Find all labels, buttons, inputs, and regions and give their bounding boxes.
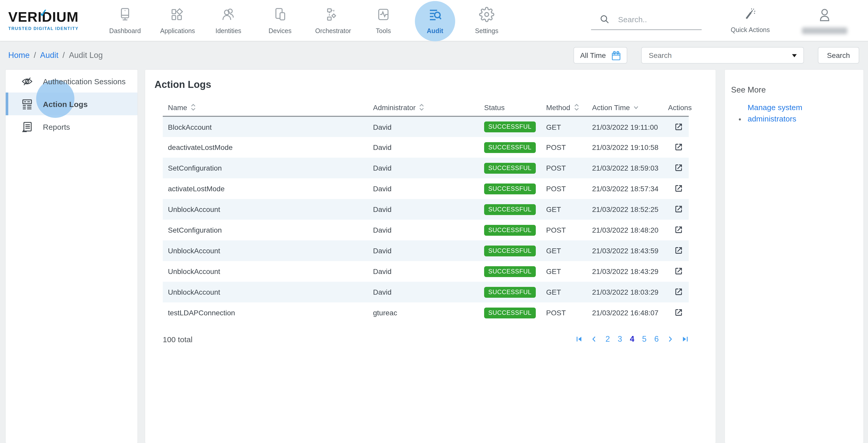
- open-log-button[interactable]: [672, 121, 685, 132]
- cell-status: SUCCESSFUL: [479, 178, 541, 199]
- open-log-button[interactable]: [672, 286, 685, 297]
- dashboard-icon: [117, 6, 133, 23]
- global-search[interactable]: [591, 14, 702, 30]
- status-badge: SUCCESSFUL: [484, 225, 535, 235]
- quick-actions-button[interactable]: Quick Actions: [731, 7, 770, 34]
- open-log-button[interactable]: [672, 162, 685, 173]
- open-log-button[interactable]: [672, 183, 685, 194]
- cell-name: UnblockAccount: [163, 199, 368, 220]
- cell-name: deactivateLostMode: [163, 137, 368, 158]
- cell-method: POST: [541, 137, 587, 158]
- devices-icon: [272, 6, 288, 23]
- sort-icon: [191, 104, 196, 111]
- nav-item-devices[interactable]: Devices: [264, 6, 297, 34]
- cell-action-time: 21/03/2022 18:57:34: [587, 178, 663, 199]
- column-header-name[interactable]: Name: [163, 99, 368, 116]
- content-area: Authentication Sessions Action Logs Repo…: [0, 70, 868, 443]
- nav-item-identities[interactable]: Identities: [212, 6, 245, 34]
- pagination-prev-button[interactable]: [591, 335, 598, 343]
- dropdown-arrow-icon: [791, 53, 797, 58]
- table-row: UnblockAccount David SUCCESSFUL GET 21/0…: [163, 240, 689, 261]
- nav-item-dashboard[interactable]: Dashboard: [108, 6, 142, 34]
- sidebar-item-action-logs[interactable]: Action Logs: [6, 92, 137, 115]
- breadcrumb-home-link[interactable]: Home: [8, 51, 30, 60]
- identities-icon: [221, 6, 236, 23]
- table-row: SetConfiguration David SUCCESSFUL POST 2…: [163, 158, 689, 178]
- pagination-page-4[interactable]: 4: [630, 334, 634, 344]
- status-badge: SUCCESSFUL: [484, 266, 535, 277]
- breadcrumb-audit-link[interactable]: Audit: [40, 51, 58, 60]
- cell-status: SUCCESSFUL: [479, 302, 541, 323]
- open-log-button[interactable]: [672, 307, 685, 318]
- pagination-page-6[interactable]: 6: [654, 334, 659, 344]
- chevron-left-icon: [591, 335, 598, 343]
- external-link-icon: [674, 225, 683, 234]
- status-badge: SUCCESSFUL: [484, 142, 535, 153]
- nav-item-orchestrator[interactable]: Orchestrator: [315, 6, 348, 34]
- table-row: testLDAPConnection gtureac SUCCESSFUL PO…: [163, 302, 689, 323]
- global-search-input[interactable]: [618, 15, 690, 24]
- cell-status: SUCCESSFUL: [479, 282, 541, 302]
- search-button[interactable]: Search: [817, 47, 859, 64]
- pagination-next-button[interactable]: [666, 335, 674, 343]
- pagination-first-button[interactable]: [576, 335, 583, 343]
- user-menu[interactable]: [802, 7, 847, 34]
- column-header-administrator[interactable]: Administrator: [368, 99, 479, 116]
- sort-icon: [419, 104, 425, 111]
- status-badge: SUCCESSFUL: [484, 204, 535, 215]
- pagination-last-button[interactable]: [681, 335, 689, 343]
- breadcrumb-separator: /: [63, 51, 65, 60]
- cell-administrator: David: [368, 137, 479, 158]
- open-log-button[interactable]: [672, 245, 685, 256]
- status-badge: SUCCESSFUL: [484, 245, 535, 256]
- column-header-action-time[interactable]: Action Time: [587, 99, 663, 116]
- last-page-icon: [681, 335, 689, 343]
- status-badge: SUCCESSFUL: [484, 307, 535, 318]
- cell-actions: [663, 178, 689, 199]
- cell-method: GET: [541, 116, 587, 137]
- column-header-method[interactable]: Method: [541, 99, 587, 116]
- status-badge: SUCCESSFUL: [484, 163, 535, 173]
- cell-name: UnblockAccount: [163, 240, 368, 261]
- open-log-button[interactable]: [672, 266, 685, 276]
- cell-status: SUCCESSFUL: [479, 199, 541, 220]
- table-header-row: Name Administrator Status Method Action …: [163, 99, 689, 116]
- applications-icon: [169, 6, 184, 23]
- cell-actions: [663, 158, 689, 178]
- audit-table: Name Administrator Status Method Action …: [163, 99, 689, 323]
- pagination-page-2[interactable]: 2: [606, 334, 610, 344]
- audit-sidebar: Authentication Sessions Action Logs Repo…: [6, 70, 137, 443]
- cell-action-time: 21/03/2022 19:10:58: [587, 137, 663, 158]
- sidebar-item-reports[interactable]: Reports: [6, 115, 137, 138]
- user-icon: [817, 7, 832, 23]
- cell-actions: [663, 199, 689, 220]
- nav-item-audit[interactable]: Audit: [418, 6, 452, 34]
- nav-item-tools[interactable]: Tools: [367, 6, 400, 34]
- cell-method: POST: [541, 220, 587, 240]
- search-icon: [599, 14, 610, 24]
- search-filter-select[interactable]: Search: [641, 47, 804, 64]
- pagination-page-5[interactable]: 5: [642, 334, 647, 344]
- table-row: deactivateLostMode David SUCCESSFUL POST…: [163, 137, 689, 158]
- external-link-icon: [674, 184, 683, 193]
- breadcrumb-current: Audit Log: [69, 51, 103, 60]
- open-log-button[interactable]: [672, 224, 685, 235]
- nav-item-settings[interactable]: Settings: [470, 6, 503, 34]
- cell-administrator: gtureac: [368, 302, 479, 323]
- veridium-logo[interactable]: VERIDIUM ✓ TRUSTED DIGITAL IDENTITY: [8, 10, 87, 31]
- open-log-button[interactable]: [672, 204, 685, 214]
- cell-action-time: 21/03/2022 18:59:03: [587, 158, 663, 178]
- open-log-button[interactable]: [672, 142, 685, 152]
- time-range-button[interactable]: All Time: [574, 47, 627, 64]
- pagination-page-3[interactable]: 3: [618, 334, 622, 344]
- cell-status: SUCCESSFUL: [479, 261, 541, 282]
- filter-controls: All Time Search Search: [574, 47, 859, 64]
- manage-system-administrators-link[interactable]: Manage system administrators: [748, 102, 805, 124]
- cell-method: GET: [541, 199, 587, 220]
- external-link-icon: [674, 122, 683, 131]
- table-row: BlockAccount David SUCCESSFUL GET 21/03/…: [163, 116, 689, 137]
- nav-item-applications[interactable]: Applications: [160, 6, 193, 34]
- sort-desc-icon: [633, 104, 639, 111]
- breadcrumb-separator: /: [34, 51, 36, 60]
- cell-name: BlockAccount: [163, 116, 368, 137]
